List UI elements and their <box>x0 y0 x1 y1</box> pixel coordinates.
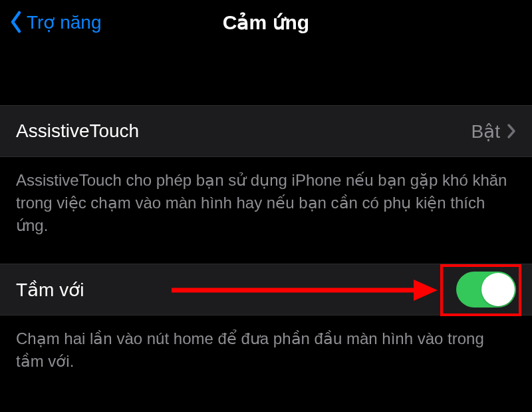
row-assistivetouch[interactable]: AssistiveTouch Bật <box>0 105 532 157</box>
row-value: Bật <box>471 120 500 142</box>
toggle-knob <box>481 273 515 306</box>
back-button[interactable]: Trợ năng <box>9 11 101 33</box>
back-label: Trợ năng <box>27 11 101 33</box>
row-footer: Chạm hai lần vào nút home để đưa phần đầ… <box>0 315 532 387</box>
row-footer: AssistiveTouch cho phép bạn sử dụng iPho… <box>0 157 532 252</box>
row-reachability: Tầm với <box>0 264 532 315</box>
chevron-right-icon <box>507 123 516 139</box>
chevron-left-icon <box>9 11 23 33</box>
row-label: AssistiveTouch <box>16 120 471 142</box>
reachability-toggle[interactable] <box>456 272 516 308</box>
navbar: Trợ năng Cảm ứng <box>0 0 532 44</box>
row-label: Tầm với <box>16 279 456 301</box>
